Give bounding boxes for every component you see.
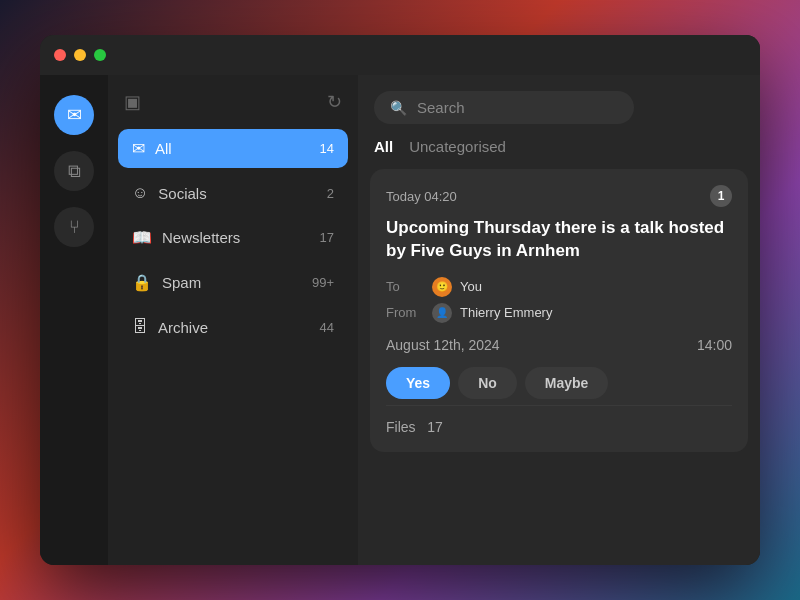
refresh-icon[interactable]: ↻ — [327, 91, 342, 113]
nav-docs-icon[interactable]: ⧉ — [54, 151, 94, 191]
email-card-header: Today 04:20 1 — [386, 185, 732, 207]
email-time: Today 04:20 — [386, 189, 457, 204]
email-footer: Files 17 — [386, 405, 732, 436]
folder-item-spam[interactable]: 🔒 Spam 99+ — [118, 263, 348, 302]
main-content: 🔍 Search All Uncategorised Today 04:20 1… — [358, 75, 760, 565]
folder-archive-count: 44 — [320, 320, 334, 335]
traffic-lights — [54, 49, 106, 61]
from-name: Thierry Emmery — [460, 305, 552, 320]
email-meta: To 🙂 You From 👤 Thierry Emmery — [386, 277, 732, 323]
email-card: Today 04:20 1 Upcoming Thursday there is… — [370, 169, 748, 452]
folder-archive-label: Archive — [158, 319, 208, 336]
folder-panel: ▣ ↻ ✉ All 14 ☺ Socials 2 📖 — [108, 75, 358, 565]
email-from-row: From 👤 Thierry Emmery — [386, 303, 732, 323]
titlebar — [40, 35, 760, 75]
rsvp-buttons: Yes No Maybe — [386, 367, 732, 399]
email-to-row: To 🙂 You — [386, 277, 732, 297]
search-icon: 🔍 — [390, 100, 407, 116]
socials-icon: ☺ — [132, 184, 148, 202]
to-label: To — [386, 279, 424, 294]
spam-icon: 🔒 — [132, 273, 152, 292]
panel-header: ▣ ↻ — [118, 91, 348, 113]
search-bar[interactable]: 🔍 Search — [374, 91, 634, 124]
rsvp-no-button[interactable]: No — [458, 367, 517, 399]
search-input[interactable]: Search — [417, 99, 618, 116]
folder-item-archive[interactable]: 🗄 Archive 44 — [118, 308, 348, 346]
folder-socials-label: Socials — [158, 185, 206, 202]
all-icon: ✉ — [132, 139, 145, 158]
to-avatar: 🙂 — [432, 277, 452, 297]
minimize-button[interactable] — [74, 49, 86, 61]
folder-newsletters-label: Newsletters — [162, 229, 240, 246]
folder-item-all[interactable]: ✉ All 14 — [118, 129, 348, 168]
rsvp-maybe-button[interactable]: Maybe — [525, 367, 609, 399]
from-label: From — [386, 305, 424, 320]
folder-item-newsletters[interactable]: 📖 Newsletters 17 — [118, 218, 348, 257]
tab-all[interactable]: All — [374, 134, 393, 159]
nav-mail-icon[interactable]: ✉ — [54, 95, 94, 135]
email-event-row: August 12th, 2024 14:00 — [386, 337, 732, 353]
sidebar-toggle-icon[interactable]: ▣ — [124, 91, 141, 113]
app-window: ✉ ⧉ ⑂ ▣ ↻ ✉ All 14 ☺ Socials — [40, 35, 760, 565]
tabs-row: All Uncategorised — [358, 134, 760, 159]
event-date: August 12th, 2024 — [386, 337, 500, 353]
nav-network-icon[interactable]: ⑂ — [54, 207, 94, 247]
folder-spam-count: 99+ — [312, 275, 334, 290]
folder-spam-label: Spam — [162, 274, 201, 291]
sidebar-icons: ✉ ⧉ ⑂ — [40, 75, 108, 565]
folder-all-count: 14 — [320, 141, 334, 156]
from-avatar: 👤 — [432, 303, 452, 323]
archive-icon: 🗄 — [132, 318, 148, 336]
close-button[interactable] — [54, 49, 66, 61]
rsvp-yes-button[interactable]: Yes — [386, 367, 450, 399]
email-subject: Upcoming Thursday there is a talk hosted… — [386, 217, 732, 263]
folder-item-socials[interactable]: ☺ Socials 2 — [118, 174, 348, 212]
folder-all-label: All — [155, 140, 172, 157]
search-bar-area: 🔍 Search — [358, 75, 760, 134]
newsletters-icon: 📖 — [132, 228, 152, 247]
maximize-button[interactable] — [94, 49, 106, 61]
folder-socials-count: 2 — [327, 186, 334, 201]
event-time: 14:00 — [697, 337, 732, 353]
app-body: ✉ ⧉ ⑂ ▣ ↻ ✉ All 14 ☺ Socials — [40, 75, 760, 565]
folder-newsletters-count: 17 — [320, 230, 334, 245]
email-badge: 1 — [710, 185, 732, 207]
tab-uncategorised[interactable]: Uncategorised — [409, 134, 506, 159]
to-name: You — [460, 279, 482, 294]
files-label: Files 17 — [386, 419, 443, 435]
